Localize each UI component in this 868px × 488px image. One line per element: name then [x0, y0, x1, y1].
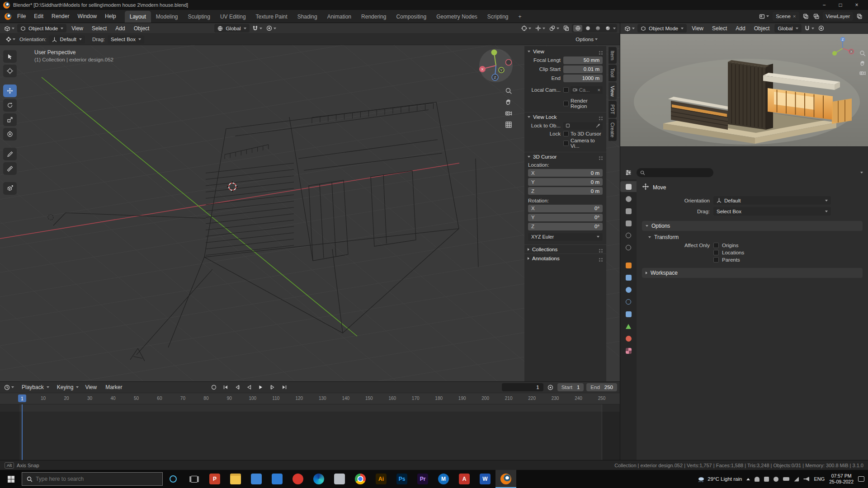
- timeline-tracks[interactable]: [0, 404, 620, 460]
- xray-toggle-button[interactable]: [562, 24, 571, 33]
- end-frame-field[interactable]: End250: [586, 383, 617, 391]
- proportional-editing-button[interactable]: [265, 24, 278, 33]
- properties-search[interactable]: [637, 168, 713, 177]
- action-center-icon[interactable]: [858, 476, 864, 482]
- taskbar-clock[interactable]: 07:57 PM 25-09-2022: [829, 473, 854, 485]
- affect-locations-checkbox[interactable]: [713, 250, 719, 255]
- taskbar-app-chrome[interactable]: [350, 470, 371, 488]
- workspace-tab-compositing[interactable]: Compositing: [391, 11, 431, 23]
- workspace-tab-shading[interactable]: Shading: [292, 11, 322, 23]
- scale-tool[interactable]: [3, 113, 17, 126]
- preview-mode-dropdown[interactable]: Object Mode: [637, 24, 687, 33]
- drag-dropdown[interactable]: Select Box: [108, 35, 144, 44]
- scene-unlink-icon[interactable]: ×: [793, 14, 796, 19]
- security-icon[interactable]: [764, 477, 769, 482]
- taskbar-app-premiere[interactable]: Pr: [412, 470, 433, 488]
- panel-drag-dots[interactable]: [599, 117, 600, 118]
- properties-tab-constraints-icon[interactable]: [620, 309, 637, 319]
- snap-toggle-button[interactable]: [251, 24, 264, 33]
- current-frame-field[interactable]: 1: [502, 383, 543, 391]
- clip-end-field[interactable]: 1000 m: [563, 75, 603, 82]
- cortana-button[interactable]: [163, 470, 184, 488]
- new-viewlayer-button[interactable]: [855, 12, 863, 21]
- properties-tab-output-icon[interactable]: [620, 206, 637, 216]
- clip-start-field[interactable]: 0.01 m: [563, 66, 603, 73]
- menu-render[interactable]: Render: [47, 10, 73, 23]
- measure-tool[interactable]: [3, 162, 17, 175]
- show-overlays-button[interactable]: [548, 24, 561, 33]
- taskbar-app-photoshop[interactable]: Ps: [392, 470, 412, 488]
- start-frame-field[interactable]: Start1: [557, 383, 584, 391]
- sidebar-tab-view[interactable]: View: [609, 82, 617, 100]
- volume-icon[interactable]: [803, 477, 809, 482]
- annotate-tool[interactable]: [3, 148, 17, 160]
- camera-view-icon[interactable]: [859, 70, 866, 76]
- taskbar-app-word[interactable]: W: [475, 470, 495, 488]
- taskbar-app-store[interactable]: [267, 470, 288, 488]
- clear-icon[interactable]: ×: [598, 87, 600, 93]
- language-indicator[interactable]: ENG: [814, 476, 825, 482]
- preview-menu-view[interactable]: View: [688, 25, 707, 32]
- playhead-line[interactable]: [22, 404, 23, 460]
- cursor-rot-y-field[interactable]: Y0°: [528, 214, 603, 221]
- navigation-gizmo[interactable]: X Y Z: [478, 47, 514, 85]
- start-button[interactable]: [0, 470, 22, 488]
- local-camera-checkbox[interactable]: [563, 87, 569, 93]
- jump-to-start-button[interactable]: [221, 383, 231, 391]
- cursor-loc-y-field[interactable]: Y0 m: [528, 178, 603, 186]
- workspace-tab-modeling[interactable]: Modeling: [151, 11, 183, 23]
- ortho-grid-icon[interactable]: [505, 121, 512, 128]
- panel-drag-dots[interactable]: [599, 51, 600, 52]
- camera-to-view-checkbox[interactable]: [563, 141, 569, 146]
- add-workspace-button[interactable]: +: [514, 11, 527, 23]
- lock-to-object-field[interactable]: [563, 122, 603, 130]
- cursor-loc-z-field[interactable]: Z0 m: [528, 187, 603, 195]
- pan-hand-icon[interactable]: [859, 60, 866, 66]
- section-collections-header[interactable]: Collections: [524, 244, 606, 253]
- show-gizmo-button[interactable]: [534, 24, 547, 33]
- affect-origins-checkbox[interactable]: [713, 243, 719, 248]
- menu-window[interactable]: Window: [73, 10, 101, 23]
- properties-tab-physics-icon[interactable]: [620, 296, 637, 307]
- network-icon[interactable]: [794, 477, 799, 482]
- properties-tab-object-data-icon[interactable]: [620, 321, 637, 332]
- transform-orientation-dropdown[interactable]: Global: [214, 24, 249, 33]
- jump-to-end-button[interactable]: [279, 383, 289, 391]
- workspace-panel-header[interactable]: Workspace: [642, 268, 863, 278]
- properties-tab-world-icon[interactable]: [620, 242, 637, 253]
- preview-navigation-gizmo[interactable]: Z X: [830, 36, 855, 62]
- local-camera-field[interactable]: Ca... ×: [571, 86, 603, 94]
- taskbar-app-edge[interactable]: [308, 470, 329, 488]
- taskbar-app-powerpoint[interactable]: P: [204, 470, 225, 488]
- next-keyframe-button[interactable]: [268, 383, 278, 391]
- taskbar-search[interactable]: [22, 472, 163, 486]
- record-button[interactable]: [209, 383, 219, 391]
- properties-tab-particles-icon[interactable]: [620, 284, 637, 295]
- viewlayer-name-field[interactable]: ViewLayer: [823, 12, 854, 21]
- timeline-menu-keying[interactable]: Keying: [52, 383, 80, 392]
- properties-tab-texture-icon[interactable]: [620, 345, 637, 356]
- options-popover-button[interactable]: Options: [574, 35, 599, 44]
- gizmo-y-label[interactable]: Y: [500, 68, 503, 72]
- taskbar-app-file-explorer[interactable]: [225, 470, 246, 488]
- playhead-tag[interactable]: 1: [18, 394, 26, 402]
- editor-type-button[interactable]: [3, 24, 16, 33]
- pivot-point-button[interactable]: [520, 24, 533, 33]
- euler-order-dropdown[interactable]: XYZ Euler: [528, 233, 603, 241]
- timeline-menu-playback[interactable]: Playback: [17, 383, 51, 392]
- zoom-icon[interactable]: [505, 87, 512, 94]
- sidebar-tab-item[interactable]: Item: [609, 47, 617, 64]
- snap-toggle-button[interactable]: [803, 24, 816, 33]
- eyedropper-icon[interactable]: [596, 123, 600, 128]
- properties-tab-modifiers-icon[interactable]: [620, 272, 637, 283]
- taskbar-app-mail[interactable]: [246, 470, 267, 488]
- workspace-tab-uv-editing[interactable]: UV Editing: [215, 11, 251, 23]
- workspace-tab-animation[interactable]: Animation: [322, 11, 356, 23]
- play-button[interactable]: [256, 383, 266, 391]
- tool-orientation-dropdown[interactable]: Default: [49, 35, 85, 44]
- sidebar-tab-pdt[interactable]: PDT: [609, 101, 617, 118]
- zoom-icon[interactable]: [859, 50, 866, 56]
- tray-expand-icon[interactable]: [746, 478, 750, 480]
- shading-solid-button[interactable]: [583, 25, 592, 32]
- move-tool[interactable]: [3, 84, 17, 97]
